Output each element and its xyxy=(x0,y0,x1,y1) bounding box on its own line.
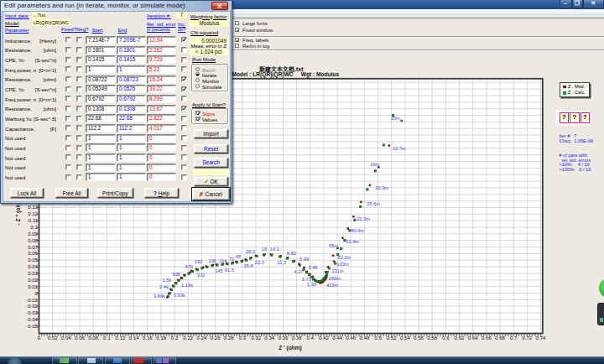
svg-text:0.38: 0.38 xyxy=(292,335,302,341)
svg-text:0.56: 0.56 xyxy=(414,335,424,341)
svg-text:145: 145 xyxy=(215,268,223,273)
svg-text:0.1: 0.1 xyxy=(103,335,111,341)
svg-text:0.2: 0.2 xyxy=(171,335,179,341)
svg-text:0.52: 0.52 xyxy=(387,335,397,341)
svg-text:0.02: 0.02 xyxy=(48,335,58,341)
svg-text:18: 18 xyxy=(262,247,267,252)
svg-text:1.38: 1.38 xyxy=(307,282,316,287)
svg-text:1.18k: 1.18k xyxy=(181,283,193,288)
svg-text:0.1: 0.1 xyxy=(31,224,39,230)
svg-text:-0.03: -0.03 xyxy=(26,309,39,315)
svg-text:22.3: 22.3 xyxy=(255,260,264,265)
svg-text:12.7m: 12.7m xyxy=(393,146,406,151)
svg-text:0.36: 0.36 xyxy=(278,335,288,341)
svg-text:-0.02: -0.02 xyxy=(26,303,39,309)
svg-text:0.08: 0.08 xyxy=(28,237,38,243)
svg-text:40.6m: 40.6m xyxy=(351,228,364,233)
svg-text:0.12: 0.12 xyxy=(116,335,126,341)
svg-text:0.11: 0.11 xyxy=(29,217,39,223)
svg-text:0.24: 0.24 xyxy=(196,335,206,341)
svg-text:11.3: 11.3 xyxy=(278,260,287,265)
svg-text:0.02: 0.02 xyxy=(28,277,38,283)
svg-text:0.07: 0.07 xyxy=(28,244,38,250)
svg-text:423m: 423m xyxy=(326,283,338,288)
svg-text:0.16: 0.16 xyxy=(143,335,153,341)
svg-text:8.82: 8.82 xyxy=(287,251,296,256)
svg-text:0.26: 0.26 xyxy=(211,335,221,341)
svg-text:131m: 131m xyxy=(331,268,343,273)
svg-text:10m: 10m xyxy=(391,116,400,121)
svg-text:0.34: 0.34 xyxy=(264,335,274,341)
svg-text:938: 938 xyxy=(173,272,181,277)
svg-text:0.3: 0.3 xyxy=(239,335,247,341)
svg-text:-0.01: -0.01 xyxy=(26,297,39,303)
svg-text:0.05: 0.05 xyxy=(28,257,38,263)
svg-text:0.6: 0.6 xyxy=(442,335,450,341)
svg-text:5.49: 5.49 xyxy=(299,257,309,262)
svg-text:16m: 16m xyxy=(370,162,379,167)
svg-text:0.04: 0.04 xyxy=(61,335,71,341)
svg-text:0.01: 0.01 xyxy=(28,283,38,289)
svg-text:0.06: 0.06 xyxy=(28,250,38,256)
svg-text:0.68: 0.68 xyxy=(495,335,505,341)
svg-text:0.04: 0.04 xyxy=(28,263,38,269)
svg-text:0.06: 0.06 xyxy=(75,335,85,341)
svg-text:3.93k: 3.93k xyxy=(174,293,185,298)
svg-text:4.27: 4.27 xyxy=(294,269,303,274)
svg-text:103m: 103m xyxy=(337,262,349,267)
svg-text:3.84k: 3.84k xyxy=(154,294,165,299)
svg-text:0.44: 0.44 xyxy=(332,335,342,341)
svg-text:45: 45 xyxy=(236,254,241,259)
svg-text:32.3m: 32.3m xyxy=(357,216,370,221)
svg-text:0.72: 0.72 xyxy=(522,335,532,341)
svg-text:28.3: 28.3 xyxy=(246,249,255,254)
svg-text:3.46: 3.46 xyxy=(308,265,317,270)
svg-text:25.6m: 25.6m xyxy=(367,201,380,206)
svg-text:292: 292 xyxy=(195,259,203,264)
svg-text:0.12: 0.12 xyxy=(28,211,38,216)
svg-text:0.13: 0.13 xyxy=(28,204,38,210)
svg-text:269m: 269m xyxy=(329,276,341,281)
svg-text:0.54: 0.54 xyxy=(400,335,410,341)
svg-text:0.62: 0.62 xyxy=(455,335,465,341)
svg-text:0.28: 0.28 xyxy=(224,335,234,341)
svg-text:14.1: 14.1 xyxy=(270,247,279,252)
svg-text:0.46: 0.46 xyxy=(346,335,356,341)
svg-text:0.14: 0.14 xyxy=(129,335,139,341)
svg-text:0.48: 0.48 xyxy=(359,335,369,341)
svg-text:0.09: 0.09 xyxy=(28,231,38,237)
svg-text:20.3m: 20.3m xyxy=(375,185,388,190)
svg-text:2.4k: 2.4k xyxy=(159,284,169,289)
svg-text:51.4m: 51.4m xyxy=(346,239,359,244)
svg-text:35.8: 35.8 xyxy=(244,263,253,268)
svg-text:0: 0 xyxy=(38,335,41,341)
svg-text:0.18: 0.18 xyxy=(156,335,166,341)
svg-text:0.64: 0.64 xyxy=(468,335,478,341)
svg-text:2.73: 2.73 xyxy=(302,277,311,282)
svg-text:114: 114 xyxy=(219,258,226,263)
svg-text:0.42: 0.42 xyxy=(319,335,329,341)
svg-text:0.08: 0.08 xyxy=(88,335,98,341)
svg-text:91.5: 91.5 xyxy=(225,268,234,273)
svg-text:72: 72 xyxy=(229,257,234,262)
svg-text:1.5k: 1.5k xyxy=(163,278,172,283)
svg-text:65m: 65m xyxy=(329,243,338,248)
svg-text:470: 470 xyxy=(185,264,194,269)
svg-text:0.5: 0.5 xyxy=(374,335,382,341)
svg-text:0.7: 0.7 xyxy=(510,335,518,341)
svg-text:-0.04: -0.04 xyxy=(26,316,39,322)
svg-text:0.03: 0.03 xyxy=(28,270,38,276)
svg-text:82.2m: 82.2m xyxy=(338,255,351,260)
svg-text:0.58: 0.58 xyxy=(427,335,437,341)
svg-text:0.22: 0.22 xyxy=(183,335,193,341)
svg-text:0.66: 0.66 xyxy=(482,335,492,341)
svg-text:0.4: 0.4 xyxy=(306,335,314,341)
svg-text:-0.05: -0.05 xyxy=(26,323,39,329)
svg-text:0.32: 0.32 xyxy=(251,335,261,341)
svg-text:192: 192 xyxy=(209,258,217,263)
svg-text:0.74: 0.74 xyxy=(536,335,546,341)
svg-text:Z ' (ohm): Z ' (ohm) xyxy=(279,345,302,351)
svg-text:372: 372 xyxy=(197,273,206,278)
